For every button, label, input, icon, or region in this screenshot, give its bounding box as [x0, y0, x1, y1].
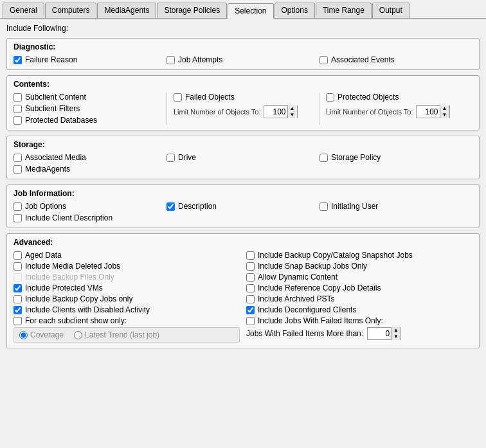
tab-output[interactable]: Output	[372, 3, 410, 18]
initiating-user-item: Initiating User	[320, 202, 473, 211]
storage-policy-item: Storage Policy	[320, 153, 473, 162]
failure-reason-checkbox[interactable]	[14, 56, 22, 64]
protected-objects-spinbox: 100 ▲ ▼	[416, 105, 450, 118]
latest-trend-radio[interactable]	[74, 331, 82, 339]
job-options-label: Job Options	[25, 202, 66, 211]
include-backup-copy-jobs-only-item: Include Backup Copy Jobs only	[14, 294, 240, 303]
for-each-subclient-checkbox[interactable]	[14, 317, 22, 325]
failed-objects-checkbox[interactable]	[174, 93, 182, 102]
jobs-limit-input[interactable]: 0	[368, 329, 391, 338]
storage-policy-label: Storage Policy	[331, 153, 381, 162]
include-clients-disabled-activity-label: Include Clients with Disabled Activity	[25, 305, 150, 314]
main-window: General Computers MediaAgents Storage Po…	[0, 0, 486, 448]
initiating-user-label: Initiating User	[331, 202, 378, 211]
contents-right-col: Protected Objects Limit Number of Object…	[320, 93, 473, 125]
include-clients-disabled-activity-checkbox[interactable]	[14, 306, 22, 314]
include-jobs-failed-items-checkbox[interactable]	[246, 317, 255, 325]
storage-title: Storage:	[14, 140, 473, 149]
include-backup-files-only-checkbox[interactable]	[14, 273, 22, 282]
jobs-limit-increment-button[interactable]: ▲	[392, 327, 401, 334]
mediaagents-storage-checkbox[interactable]	[14, 165, 22, 174]
failed-objects-item: Failed Objects	[174, 93, 312, 102]
allow-dynamic-content-item: Allow Dynamic Content	[246, 273, 473, 282]
tab-general[interactable]: General	[3, 3, 44, 18]
include-media-deleted-jobs-label: Include Media Deleted Jobs	[25, 262, 120, 271]
tab-options[interactable]: Options	[274, 3, 315, 18]
associated-media-label: Associated Media	[25, 153, 86, 162]
associated-media-item: Associated Media	[14, 153, 166, 162]
include-reference-copy-label: Include Reference Copy Job Details	[258, 283, 381, 292]
advanced-right-col: Include Backup Copy/Catalog Snapshot Job…	[246, 251, 473, 343]
allow-dynamic-content-checkbox[interactable]	[246, 273, 255, 282]
for-each-subclient-label: For each subclient show only:	[25, 316, 127, 325]
include-snap-backup-jobs-label: Include Snap Backup Jobs Only	[258, 262, 367, 271]
job-information-title: Job Information:	[14, 189, 473, 198]
include-backup-copy-catalog-checkbox[interactable]	[246, 251, 255, 260]
protected-objects-checkbox[interactable]	[326, 93, 334, 102]
include-media-deleted-jobs-item: Include Media Deleted Jobs	[14, 262, 240, 271]
failed-objects-decrement-button[interactable]: ▼	[288, 112, 297, 118]
latest-trend-radio-label: Latest Trend (last job)	[85, 330, 159, 339]
protected-objects-limit-input[interactable]: 100	[417, 107, 440, 116]
include-deconfigured-clients-item: Include Deconfigured Clients	[246, 305, 473, 314]
include-deconfigured-clients-checkbox[interactable]	[246, 306, 255, 314]
contents-grid: Subclient Content Subclient Filters Prot…	[14, 93, 473, 125]
protected-objects-increment-button[interactable]: ▲	[440, 105, 449, 112]
description-item: Description	[166, 202, 320, 211]
include-archived-psts-checkbox[interactable]	[246, 295, 255, 303]
include-backup-copy-jobs-only-checkbox[interactable]	[14, 295, 22, 303]
subclient-filters-item: Subclient Filters	[14, 104, 166, 113]
initiating-user-checkbox[interactable]	[320, 202, 328, 211]
description-checkbox[interactable]	[166, 202, 175, 211]
protected-objects-decrement-button[interactable]: ▼	[440, 112, 449, 118]
subclient-content-checkbox[interactable]	[14, 93, 22, 102]
selection-content: Include Following: Diagnostic: Failure R…	[0, 19, 486, 448]
include-media-deleted-jobs-checkbox[interactable]	[14, 262, 22, 271]
coverage-radio[interactable]	[19, 331, 28, 339]
tab-computers[interactable]: Computers	[45, 3, 97, 18]
failed-objects-increment-button[interactable]: ▲	[288, 105, 297, 112]
tab-storage-policies[interactable]: Storage Policies	[157, 3, 227, 18]
tab-mediaagents[interactable]: MediaAgents	[97, 3, 156, 18]
job-options-item: Job Options	[14, 202, 166, 211]
include-reference-copy-item: Include Reference Copy Job Details	[246, 283, 473, 292]
protected-databases-checkbox[interactable]	[14, 116, 22, 125]
tab-time-range[interactable]: Time Range	[316, 3, 372, 18]
failed-objects-limit-input[interactable]: 100	[264, 107, 287, 116]
subclient-filters-checkbox[interactable]	[14, 105, 22, 113]
tab-selection[interactable]: Selection	[228, 3, 273, 19]
include-reference-copy-checkbox[interactable]	[246, 284, 255, 292]
coverage-radio-label: Coverage	[30, 330, 64, 339]
advanced-section: Advanced: Aged Data Include Media Delete…	[6, 233, 480, 348]
include-archived-psts-label: Include Archived PSTs	[258, 294, 334, 303]
contents-section: Contents: Subclient Content Subclient Fi…	[6, 75, 480, 130]
subclient-content-label: Subclient Content	[25, 93, 86, 102]
protected-objects-item: Protected Objects	[326, 93, 466, 102]
jobs-limit-decrement-button[interactable]: ▼	[392, 334, 401, 340]
allow-dynamic-content-label: Allow Dynamic Content	[258, 273, 338, 282]
include-protected-vms-checkbox[interactable]	[14, 284, 22, 292]
jobs-limit-spinbox-buttons: ▲ ▼	[391, 327, 401, 340]
advanced-title: Advanced:	[14, 238, 473, 247]
include-snap-backup-jobs-checkbox[interactable]	[246, 262, 255, 271]
job-options-checkbox[interactable]	[14, 202, 22, 211]
diagnostic-grid: Failure Reason Job Attempts Associated E…	[14, 55, 473, 64]
failed-objects-limit-label: Limit Number of Objects To:	[174, 108, 261, 116]
include-client-description-label: Include Client Description	[25, 213, 113, 222]
include-protected-vms-item: Include Protected VMs	[14, 283, 240, 292]
job-attempts-checkbox[interactable]	[166, 56, 175, 64]
associated-events-checkbox[interactable]	[320, 56, 328, 64]
aged-data-label: Aged Data	[25, 251, 62, 260]
include-following-label: Include Following:	[6, 24, 480, 33]
tab-bar: General Computers MediaAgents Storage Po…	[0, 0, 486, 19]
failed-objects-spinbox: 100 ▲ ▼	[264, 105, 298, 118]
protected-databases-item: Protected Databases	[14, 116, 166, 125]
aged-data-checkbox[interactable]	[14, 251, 22, 260]
associated-media-checkbox[interactable]	[14, 154, 22, 162]
drive-checkbox[interactable]	[166, 154, 175, 162]
include-jobs-failed-items-item: Include Jobs With Failed Items Only:	[246, 316, 473, 325]
failure-reason-item: Failure Reason	[14, 55, 166, 64]
diagnostic-title: Diagnostic:	[14, 42, 473, 51]
include-client-description-checkbox[interactable]	[14, 214, 22, 222]
storage-policy-checkbox[interactable]	[320, 154, 328, 162]
